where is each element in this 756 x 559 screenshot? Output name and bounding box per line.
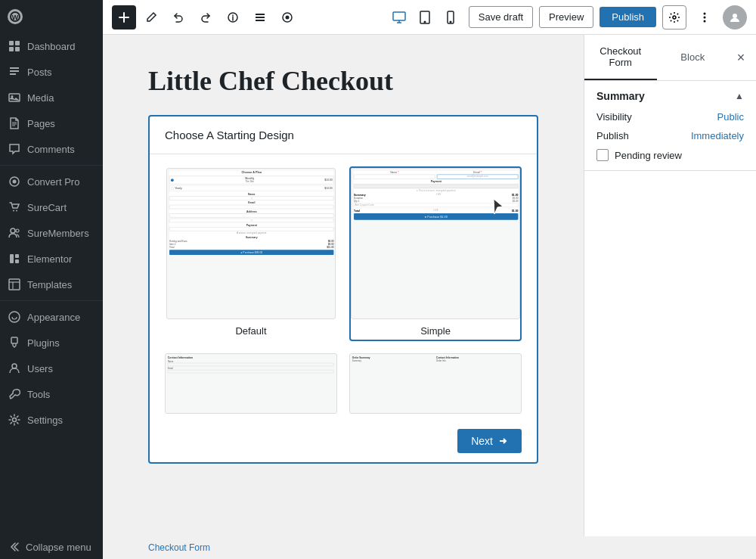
svg-point-10	[13, 210, 14, 212]
svg-rect-3	[15, 41, 20, 45]
svg-rect-5	[15, 47, 20, 51]
sidebar-item-plugins-label: Plugins	[27, 337, 60, 349]
desktop-view-button[interactable]	[387, 5, 411, 30]
media-icon	[8, 91, 21, 104]
publish-button[interactable]: Publish	[600, 7, 656, 27]
panel-collapse-chevron[interactable]: ▲	[735, 91, 744, 101]
svg-point-26	[286, 15, 290, 19]
sidebar-item-surecart-label: SureCart	[27, 202, 67, 213]
sidebar-item-surecart[interactable]: SureCart	[0, 194, 103, 220]
sidebar-item-comments[interactable]: Comments	[0, 136, 103, 162]
undo-button[interactable]	[166, 5, 191, 30]
settings-panel-button[interactable]	[662, 5, 686, 30]
template-simple-label: Simple	[351, 325, 520, 340]
pending-review-label: Pending review	[615, 150, 682, 161]
pages-icon	[8, 116, 21, 130]
add-block-button[interactable]	[112, 5, 136, 30]
toolbar: Save draft Preview Publish	[103, 0, 756, 35]
visibility-label: Visibility	[596, 111, 632, 123]
panel-close-button[interactable]: ×	[729, 45, 753, 70]
template-bottom-right[interactable]: Order Summary Summary Contact Informatio…	[349, 353, 522, 414]
redo-button[interactable]	[194, 5, 218, 30]
sidebar-item-appearance[interactable]: Appearance	[0, 304, 103, 330]
sidebar-divider-2	[0, 300, 103, 301]
svg-point-29	[424, 21, 426, 23]
visibility-value[interactable]: Public	[717, 111, 744, 123]
dashboard-icon	[8, 39, 21, 53]
sidebar-item-templates[interactable]: Templates	[0, 272, 103, 297]
sidebar-item-tools-label: Tools	[27, 389, 50, 400]
sidebar-item-settings[interactable]: Settings	[0, 407, 103, 433]
list-view-button[interactable]	[248, 5, 272, 30]
sidebar-item-posts[interactable]: Posts	[0, 59, 103, 85]
svg-rect-27	[393, 12, 405, 20]
tablet-view-button[interactable]	[413, 5, 437, 30]
tools-icon	[8, 387, 21, 401]
editor-breadcrumb[interactable]: Checkout Form	[103, 536, 756, 559]
block-patterns-button[interactable]	[275, 5, 299, 30]
toolbar-right: Save draft Preview Publish	[387, 5, 747, 30]
tab-checkout-form[interactable]: Checkout Form	[584, 35, 657, 80]
editor-inner: Little Chef Checkout Choose A Starting D…	[148, 65, 538, 464]
surecart-icon	[8, 200, 21, 214]
sidebar-item-media[interactable]: Media	[0, 85, 103, 110]
sidebar-item-convert-pro-label: Convert Pro	[27, 176, 79, 188]
sidebar-item-users-label: Users	[27, 363, 53, 374]
template-default-preview: Choose A Plan MonthlyThe Deli $10.00	[166, 168, 336, 319]
template-simple[interactable]: Name * Email * word@example.com	[349, 166, 522, 341]
visibility-row: Visibility Public	[596, 111, 744, 123]
sidebar-item-dashboard[interactable]: Dashboard	[0, 33, 103, 59]
svg-point-34	[704, 16, 706, 18]
sidebar-item-pages[interactable]: Pages	[0, 110, 103, 136]
svg-rect-18	[11, 337, 17, 343]
editor: Little Chef Checkout Choose A Starting D…	[103, 35, 584, 536]
svg-point-36	[733, 14, 737, 18]
edit-tool-button[interactable]	[139, 5, 163, 30]
sidebar-item-suremembers[interactable]: SureMembers	[0, 220, 103, 246]
sidebar-collapse-btn[interactable]: Collapse menu	[0, 535, 103, 559]
sidebar-bottom: Collapse menu	[0, 535, 103, 559]
panel-section-title: Summary	[596, 90, 645, 102]
block-footer: Next	[150, 420, 537, 462]
user-avatar-button[interactable]	[723, 5, 747, 30]
cursor-indicator	[491, 197, 506, 216]
sidebar-item-settings-label: Settings	[27, 415, 63, 426]
svg-point-11	[16, 210, 17, 212]
publish-label: Publish	[596, 130, 629, 141]
panel-tabs: Checkout Form Block ×	[584, 35, 756, 81]
more-options-button[interactable]	[692, 5, 717, 30]
settings-icon	[8, 413, 21, 427]
svg-point-31	[450, 21, 451, 23]
publish-row: Publish Immediately	[596, 130, 744, 141]
template-simple-preview: Name * Email * word@example.com	[351, 168, 520, 319]
svg-rect-14	[10, 254, 14, 263]
svg-point-33	[704, 12, 706, 14]
panel-section-summary: Summary ▲ Visibility Public Publish Imme…	[584, 81, 756, 171]
save-draft-button[interactable]: Save draft	[469, 6, 533, 28]
preview-button[interactable]: Preview	[539, 6, 593, 28]
publish-value[interactable]: Immediately	[691, 130, 744, 141]
sidebar-item-tools[interactable]: Tools	[0, 381, 103, 407]
mobile-view-button[interactable]	[438, 5, 463, 30]
svg-point-13	[16, 229, 19, 232]
info-button[interactable]	[221, 5, 245, 30]
sidebar-item-users[interactable]: Users	[0, 356, 103, 381]
sidebar-item-plugins[interactable]: Plugins	[0, 330, 103, 356]
block-header: Choose A Starting Design	[150, 116, 537, 154]
svg-point-9	[13, 180, 17, 184]
pending-review-checkbox[interactable]	[596, 149, 609, 161]
next-button[interactable]: Next	[457, 429, 522, 453]
templates-icon	[8, 278, 21, 291]
tab-block[interactable]: Block	[657, 41, 730, 75]
sidebar-item-convert-pro[interactable]: Convert Pro	[0, 169, 103, 194]
page-title[interactable]: Little Chef Checkout	[148, 65, 538, 97]
template-bottom-left[interactable]: Contact Information Name Email	[165, 353, 337, 414]
sidebar-item-dashboard-label: Dashboard	[27, 41, 76, 52]
default-form-preview: Choose A Plan MonthlyThe Deli $10.00	[167, 169, 336, 257]
sidebar-item-elementor[interactable]: Elementor	[0, 246, 103, 272]
template-default[interactable]: Choose A Plan MonthlyThe Deli $10.00	[165, 166, 337, 341]
svg-text:W: W	[12, 14, 19, 21]
sidebar-item-elementor-label: Elementor	[27, 253, 72, 265]
comments-icon	[8, 142, 21, 156]
svg-point-20	[13, 418, 17, 422]
